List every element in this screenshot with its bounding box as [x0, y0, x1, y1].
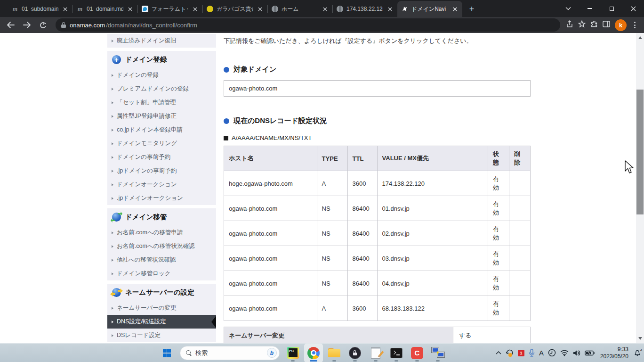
windows-logo-icon: [163, 349, 171, 357]
tab-close-icon[interactable]: [451, 5, 459, 13]
bing-chat-icon[interactable]: b: [267, 348, 277, 358]
wifi-icon[interactable]: [560, 350, 569, 356]
confirm-instruction-text: 下記情報をご確認いただき、よろしければ『設定する』ボタンをクリックしてください。: [224, 33, 531, 45]
taskbar-camtasia-button[interactable]: C: [408, 344, 427, 362]
microphone-icon[interactable]: [529, 349, 535, 357]
page-viewport: 廃止済みドメイン復旧 ドメイン登録 ドメインの登録 プレミアムドメインの登録 「…: [0, 33, 644, 343]
sidebar-item-label: co.jpドメイン本登録申請: [117, 126, 183, 134]
sidebar-item-transfer-in-status[interactable]: お名前.comへの移管状況確認: [107, 239, 216, 253]
tab-galapagos[interactable]: ガラパゴス貴金属/: [202, 1, 267, 17]
tab-forum[interactable]: フォーラムトップ - パ: [137, 1, 202, 17]
back-icon[interactable]: [4, 18, 18, 32]
browser-menu-icon[interactable]: [631, 22, 638, 28]
tab-domain-navi-active[interactable]: ドメインNavi: [397, 1, 462, 17]
main-content: 下記情報をご確認いただき、よろしければ『設定する』ボタンをクリックしてください。…: [224, 33, 531, 343]
tray-clock[interactable]: 9:33 2023/05/20: [600, 346, 628, 360]
volume-icon[interactable]: [573, 350, 580, 356]
update-badge-icon[interactable]: 1: [518, 350, 524, 356]
side-panel-icon[interactable]: [603, 21, 610, 29]
tab-01-domain[interactable]: m 01_domain.md: [72, 1, 137, 17]
sidebar-item-label: 他社への移管状況確認: [117, 256, 176, 264]
close-window-button[interactable]: [622, 0, 644, 17]
taskbar-remote-desktop-button[interactable]: [428, 344, 447, 362]
scroll-up-icon[interactable]: [636, 34, 644, 41]
sidebar-item-pre-reserve[interactable]: ドメインの事前予約: [107, 150, 216, 164]
clock-tray-icon[interactable]: [548, 349, 556, 357]
scroll-down-icon[interactable]: [636, 335, 644, 342]
sidebar-item-label: ネームサーバーの変更: [117, 304, 176, 312]
table-row: ogawa-photo.comNS8640002.dnsv.jp有効: [224, 221, 531, 246]
tab-search-chevron-icon[interactable]: [557, 0, 579, 17]
sidebar-item-transfer-lock[interactable]: ドメイン移管ロック: [107, 267, 216, 280]
profile-avatar[interactable]: k: [615, 19, 627, 31]
tab-label: 01_domain.md: [87, 6, 123, 12]
tab-close-icon[interactable]: [256, 5, 264, 13]
sidebar-item-auction[interactable]: ドメインオークション: [107, 178, 216, 191]
search-placeholder: 検索: [195, 349, 263, 357]
url-bar[interactable]: onamae.com/domain/navi/dns_controll/conf…: [56, 18, 560, 32]
notepad-icon: [371, 347, 380, 359]
bookmark-star-icon[interactable]: [578, 20, 586, 30]
tab-close-icon[interactable]: [321, 5, 329, 13]
cell-status: 有効: [488, 296, 509, 321]
sidebar-item-domain-register[interactable]: ドメインの登録: [107, 68, 216, 82]
vertical-scrollbar[interactable]: [636, 33, 644, 343]
sidebar-item-dns-settings-active[interactable]: DNS設定/転送設定: [107, 315, 216, 329]
sidebar-item-jp-correction[interactable]: 属性型JP登録申請修正: [107, 109, 216, 123]
ime-mode-icon[interactable]: A: [539, 349, 544, 357]
sidebar-item-ds-record[interactable]: DSレコード設定: [107, 329, 216, 342]
sidebar-item-premium-domain[interactable]: プレミアムドメインの登録: [107, 82, 216, 96]
chrome-icon: [307, 347, 320, 359]
battery-icon[interactable]: [585, 350, 595, 356]
sidebar-item-jp-auction[interactable]: .jpドメインオークション: [107, 191, 216, 205]
terminal-icon: [390, 348, 402, 358]
forward-icon[interactable]: [20, 18, 34, 32]
tab-01-subdomain[interactable]: m 01_subdomain.m: [8, 1, 72, 17]
taskbar-password-app-button[interactable]: [346, 344, 364, 362]
sidebar-item-jp-pre-reserve[interactable]: .jpドメインの事前予約: [107, 164, 216, 178]
taskbar-notepad-button[interactable]: [366, 344, 385, 362]
cell-type: A: [317, 296, 347, 321]
sync-icon[interactable]: [506, 349, 514, 357]
table-header-row: ホスト名 TYPE TTL VALUE / MX優先 状態 削除: [224, 146, 531, 171]
sidebar-item-transfer-in[interactable]: お名前.comへの移管申請: [107, 226, 216, 239]
tab-close-icon[interactable]: [126, 5, 134, 13]
scrollbar-thumb[interactable]: [636, 90, 644, 214]
taskbar-center: 検索 b PC C: [157, 344, 447, 362]
tray-chevron-up-icon[interactable]: [496, 351, 501, 354]
sidebar-item-nameserver-change[interactable]: ネームサーバーの変更: [107, 301, 216, 315]
browser-toolbar: onamae.com/domain/navi/dns_controll/conf…: [0, 17, 644, 33]
new-tab-button[interactable]: [465, 2, 478, 16]
taskbar-explorer-button[interactable]: [325, 344, 344, 362]
sidebar-item-set-discount[interactable]: 「セット割」申請管理: [107, 96, 216, 109]
sidebar-item-monitoring[interactable]: ドメインモニタリング: [107, 137, 216, 150]
sidebar-item-cojp-register[interactable]: co.jpドメイン本登録申請: [107, 123, 216, 137]
sidebar-item-restore-domain[interactable]: 廃止済みドメイン復旧: [107, 34, 216, 48]
sidebar-item-label: 廃止済みドメイン復旧: [117, 37, 176, 45]
dns-records-table: ホスト名 TYPE TTL VALUE / MX優先 状態 削除 hoge.og…: [224, 146, 531, 321]
tab-close-icon[interactable]: [386, 5, 394, 13]
folder-icon: [328, 348, 340, 358]
table-row: ogawa-photo.comNS8640001.dnsv.jp有効: [224, 196, 531, 221]
tab-close-icon[interactable]: [61, 5, 69, 13]
share-icon[interactable]: [566, 20, 573, 30]
cell-status: 有効: [488, 171, 509, 196]
notification-bell-icon[interactable]: z: [634, 349, 641, 357]
minimize-button[interactable]: [579, 0, 601, 17]
sidebar-item-transfer-out-status[interactable]: 他社への移管状況確認: [107, 253, 216, 267]
heading-label: 現在のDNSレコード設定状況: [233, 116, 327, 125]
taskbar-search-input[interactable]: 検索 b: [180, 346, 280, 360]
start-button[interactable]: [157, 344, 176, 362]
taskbar-pycharm-button[interactable]: PC: [283, 344, 302, 362]
reload-icon[interactable]: [36, 18, 50, 32]
tab-close-icon[interactable]: [191, 5, 199, 13]
tab-home[interactable]: ホーム: [267, 1, 332, 17]
globe-icon: [336, 5, 344, 13]
extensions-puzzle-icon[interactable]: [590, 20, 598, 30]
sidebar-section-nameserver: ネームサーバーの設定: [107, 284, 216, 301]
maximize-button[interactable]: [601, 0, 622, 17]
taskbar-terminal-button[interactable]: [387, 344, 406, 362]
taskbar-chrome-button[interactable]: [304, 344, 323, 362]
sleep-glyph: z: [640, 347, 642, 352]
tab-ip-address[interactable]: 174.138.22.120: [332, 1, 397, 17]
